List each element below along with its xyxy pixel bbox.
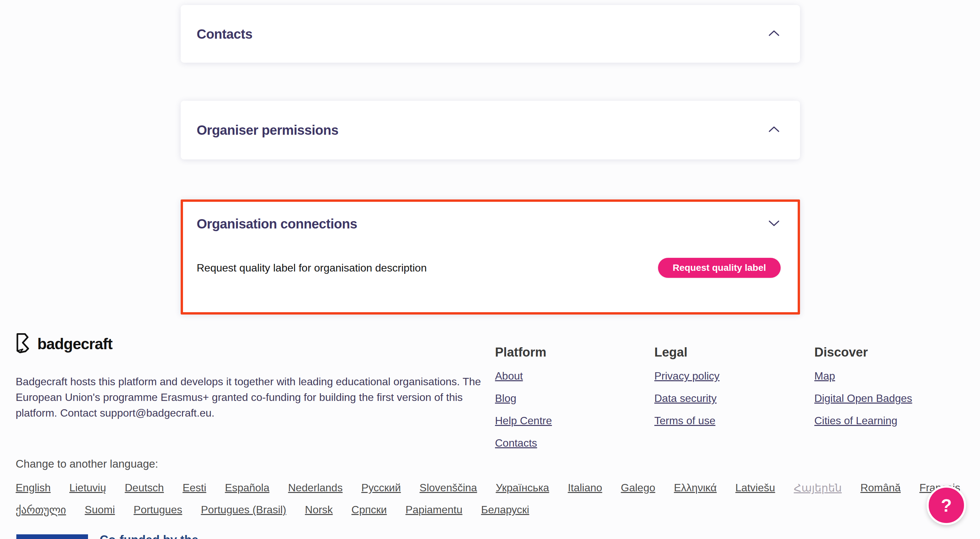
language-link[interactable]: Հայերեն bbox=[794, 482, 842, 494]
footer-link[interactable]: Cities of Learning bbox=[815, 414, 912, 427]
footer-link[interactable]: Digital Open Badges bbox=[815, 392, 912, 405]
request-quality-label-button[interactable]: Request quality label bbox=[658, 258, 781, 278]
language-link[interactable]: Norsk bbox=[305, 504, 333, 516]
badgecraft-logo[interactable]: badgecraft bbox=[15, 333, 112, 355]
footer-link[interactable]: Terms of use bbox=[654, 414, 720, 427]
eu-flag-image bbox=[16, 534, 88, 539]
quality-label-text: Request quality label for organisation d… bbox=[197, 262, 427, 274]
contacts-accordion-header[interactable]: Contacts bbox=[181, 5, 800, 63]
language-link[interactable]: Latviešu bbox=[735, 482, 775, 494]
footer-links-discover: MapDigital Open BadgesCities of Learning bbox=[815, 370, 912, 427]
language-link[interactable]: Српски bbox=[352, 504, 387, 516]
footer-column-title: Discover bbox=[815, 344, 912, 360]
footer-links-legal: Privacy policyData securityTerms of use bbox=[654, 370, 720, 427]
organisation-connections-title: Organisation connections bbox=[197, 216, 357, 232]
language-link[interactable]: Eesti bbox=[183, 482, 206, 494]
quality-label-row: Request quality label for organisation d… bbox=[197, 258, 781, 278]
organiser-permissions-title: Organiser permissions bbox=[197, 122, 338, 138]
language-link[interactable]: Nederlands bbox=[288, 482, 343, 494]
chevron-up-icon bbox=[767, 29, 781, 39]
footer-link[interactable]: Contacts bbox=[495, 437, 552, 449]
footer-description: Badgecraft hosts this platform and devel… bbox=[16, 374, 489, 421]
language-link[interactable]: Română bbox=[860, 482, 900, 494]
badgecraft-logo-icon bbox=[15, 333, 32, 355]
language-link[interactable]: Беларускі bbox=[481, 504, 529, 516]
footer-column-platform: Platform AboutBlogHelp CentreContacts bbox=[495, 344, 552, 449]
footer-column-legal: Legal Privacy policyData securityTerms o… bbox=[654, 344, 720, 427]
footer-column-title: Legal bbox=[654, 344, 720, 360]
footer-column-discover: Discover MapDigital Open BadgesCities of… bbox=[815, 344, 912, 427]
organiser-permissions-card: Organiser permissions bbox=[181, 101, 800, 159]
language-link[interactable]: Suomi bbox=[85, 504, 115, 516]
contacts-card: Contacts bbox=[181, 5, 800, 63]
language-row-2: ქართულიSuomiPortuguesPortugues (Brasil)N… bbox=[16, 504, 529, 516]
chevron-down-icon bbox=[767, 219, 781, 228]
language-link[interactable]: ქართული bbox=[16, 504, 66, 516]
footer-link[interactable]: Map bbox=[815, 370, 912, 382]
language-link[interactable]: Ελληνικά bbox=[674, 482, 717, 494]
badgecraft-logo-text: badgecraft bbox=[37, 335, 112, 353]
language-link[interactable]: Русский bbox=[361, 482, 401, 494]
language-switch-label: Change to another language: bbox=[16, 458, 158, 470]
language-link[interactable]: Portugues bbox=[134, 504, 182, 516]
footer-link[interactable]: About bbox=[495, 370, 552, 382]
language-link[interactable]: Italiano bbox=[568, 482, 602, 494]
footer-link[interactable]: Blog bbox=[495, 392, 552, 405]
language-link[interactable]: Española bbox=[225, 482, 269, 494]
footer-links-platform: AboutBlogHelp CentreContacts bbox=[495, 370, 552, 449]
contacts-title: Contacts bbox=[197, 26, 252, 42]
organisation-connections-accordion-header[interactable]: Organisation connections bbox=[197, 216, 781, 232]
help-button[interactable]: ? bbox=[927, 486, 966, 525]
language-link[interactable]: Deutsch bbox=[125, 482, 164, 494]
language-row-1: EnglishLietuviųDeutschEestiEspañolaNeder… bbox=[16, 482, 960, 494]
language-link[interactable]: English bbox=[16, 482, 51, 494]
footer-link[interactable]: Data security bbox=[654, 392, 720, 405]
cofunded-by-text: Co-funded by the bbox=[100, 533, 198, 539]
language-link[interactable]: Slovenščina bbox=[420, 482, 477, 494]
organiser-permissions-accordion-header[interactable]: Organiser permissions bbox=[181, 101, 800, 159]
footer-column-title: Platform bbox=[495, 344, 552, 360]
language-link[interactable]: Portugues (Brasil) bbox=[201, 504, 286, 516]
language-link[interactable]: Lietuvių bbox=[69, 482, 106, 494]
organisation-connections-card-highlighted: Organisation connections Request quality… bbox=[181, 199, 800, 314]
language-link[interactable]: Papiamentu bbox=[405, 504, 462, 516]
footer-link[interactable]: Privacy policy bbox=[654, 370, 720, 382]
language-link[interactable]: Українська bbox=[496, 482, 549, 494]
language-link[interactable]: Galego bbox=[621, 482, 655, 494]
chevron-up-icon bbox=[767, 125, 781, 135]
footer-link[interactable]: Help Centre bbox=[495, 414, 552, 427]
